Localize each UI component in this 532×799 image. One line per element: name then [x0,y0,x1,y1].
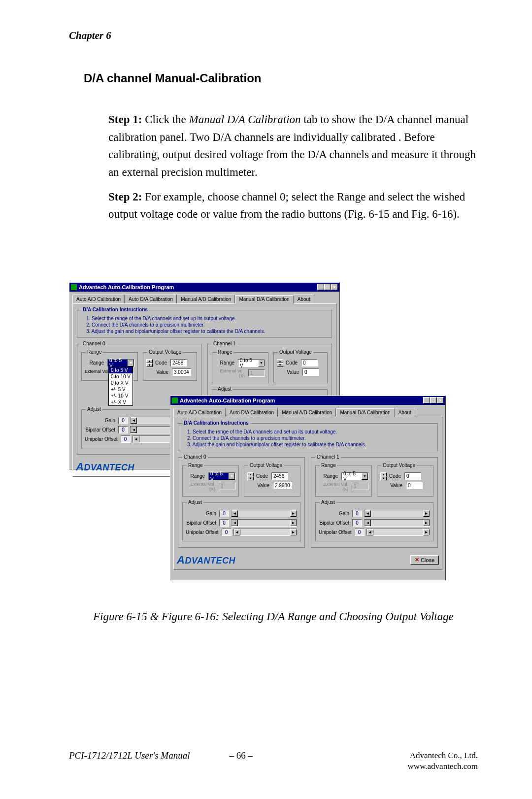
range-opt-3[interactable]: +/- 5 V [109,386,133,393]
code-spinner-ch1[interactable]: ▲ ▼ [277,359,283,367]
range-dropdown-list[interactable]: 0 to 5 V 0 to 10 V 0 to X V +/- 5 V +/- … [108,366,133,406]
maximize-button[interactable]: □ [324,284,331,290]
right-arrow-icon[interactable]: ► [423,510,430,517]
spin-down-icon[interactable]: ▼ [277,363,283,367]
step-2-label: Step 2: [108,191,142,203]
code-label: Code [285,360,299,366]
spin-up-icon[interactable]: ▲ [380,472,387,476]
tab-auto-da[interactable]: Auto D/A Calibration [125,295,177,303]
left-arrow-icon[interactable]: ◄ [367,529,373,535]
right-arrow-icon[interactable]: ► [290,529,297,535]
value-input-ch0[interactable]: 3.0004 [172,368,191,376]
range-opt-4[interactable]: +/- 10 V [109,393,133,399]
tab-panel: 1. Select the range of the D/A channels … [173,417,442,570]
tab-manual-ad[interactable]: Manual A/D Calibration [278,408,336,417]
left-arrow-icon[interactable]: ◄ [234,529,240,535]
tab-about[interactable]: About [294,295,314,303]
step-1: Step 1: Click the Manual D/A Calibration… [108,111,478,181]
range-label: Range [186,473,206,479]
right-arrow-icon[interactable]: ► [290,510,297,517]
left-arrow-icon[interactable]: ◄ [365,520,371,526]
spin-up-icon[interactable]: ▲ [247,472,254,476]
instruction-3: 3. Adjust the gain and bipolar/unipolar … [86,328,329,334]
value-label: Value [287,369,300,375]
left-arrow-icon[interactable]: ◄ [365,510,371,517]
footer-url: www.advantech.com [318,761,478,772]
left-arrow-icon[interactable]: ◄ [131,427,137,433]
titlebar[interactable]: Advantech Auto-Calibration Program _ □ × [170,396,445,405]
close-button[interactable]: × [331,284,338,290]
figure-area: Advantech Auto-Calibration Program _ □ ×… [69,282,478,583]
unipolar-scrollbar-ch1[interactable]: ◄► [366,529,430,536]
external-input-ch1: 1 [352,483,368,490]
close-panel-button[interactable]: ✕Close [410,555,439,565]
adjust-group-ch1: Gain 0 ◄► Bipolar Offset 0 ◄► Unipolar O… [315,502,433,541]
advantech-logo: ADVANTECH [177,554,235,566]
range-value-ch1: 0 to 5 V [342,471,362,482]
range-dropdown-ch0[interactable]: 0 to 5 V ▼ [208,472,235,480]
spin-down-icon[interactable]: ▼ [380,476,387,480]
spin-up-icon[interactable]: ▲ [146,359,153,363]
gain-scrollbar-ch0[interactable]: ◄► [231,510,297,517]
chevron-down-icon[interactable]: ▼ [362,473,368,480]
gain-scrollbar-ch1[interactable]: ◄► [364,510,430,517]
tab-manual-da[interactable]: Manual D/A Calibration [235,295,293,304]
left-arrow-icon[interactable]: ◄ [232,520,238,526]
code-spinner-ch1[interactable]: ▲ ▼ [380,472,387,480]
minimize-button[interactable]: _ [423,397,430,403]
footer-manual-title: PCI-1712/1712L User's Manual [69,750,229,761]
value-input-ch0[interactable]: 2.9980 [273,482,292,489]
tab-about[interactable]: About [395,408,415,417]
external-label: External Vol.(X) [186,482,217,492]
range-dropdown-ch1[interactable]: 0 to 5 V ▼ [238,359,265,367]
chevron-down-icon[interactable]: ▼ [128,360,134,366]
app-icon [172,398,178,403]
bipolar-label: Bipolar Offset [186,520,217,526]
maximize-button[interactable]: □ [430,397,437,403]
left-arrow-icon[interactable]: ◄ [131,417,137,424]
left-arrow-icon[interactable]: ◄ [133,436,139,442]
tab-auto-da[interactable]: Auto D/A Calibration [226,408,278,417]
code-input-ch1[interactable]: 0 [404,472,421,480]
tab-auto-ad[interactable]: Auto A/D Calibration [173,408,226,417]
range-dropdown-ch1[interactable]: 0 to 5 V ▼ [341,472,368,480]
code-spinner-ch0[interactable]: ▲ ▼ [146,359,153,367]
code-input-ch1[interactable]: 0 [301,359,318,366]
right-arrow-icon[interactable]: ► [423,520,430,526]
range-opt-5[interactable]: +/- X V [109,399,133,405]
tab-manual-da[interactable]: Manual D/A Calibration [336,408,394,417]
range-opt-1[interactable]: 0 to 10 V [109,373,133,380]
bipolar-scrollbar-ch0[interactable]: ◄► [231,519,297,527]
tabs: Auto A/D Calibration Auto D/A Calibratio… [72,295,336,303]
tab-auto-ad[interactable]: Auto A/D Calibration [72,295,125,303]
chevron-down-icon[interactable]: ▼ [258,360,265,366]
value-input-ch1[interactable]: 0 [302,368,319,376]
right-arrow-icon[interactable]: ► [423,529,430,535]
window-fig-6-16: Advantech Auto-Calibration Program _ □ ×… [170,396,446,580]
range-opt-0[interactable]: 0 to 5 V [109,367,133,373]
code-spinner-ch0[interactable]: ▲ ▼ [247,472,254,480]
spin-up-icon[interactable]: ▲ [277,359,283,363]
range-dropdown-ch0[interactable]: 0 to 5 V ▼ [107,359,134,367]
instruction-2: 2. Connect the D/A channels to a precisi… [187,435,434,441]
range-label: Range [319,473,339,479]
unipolar-scrollbar-ch0[interactable]: ◄► [233,529,297,536]
chevron-down-icon[interactable]: ▼ [229,473,235,480]
value-input-ch1[interactable]: 0 [406,482,423,489]
left-arrow-icon[interactable]: ◄ [232,510,238,517]
tab-manual-ad[interactable]: Manual A/D Calibration [177,295,235,303]
code-input-ch0[interactable]: 2456 [271,472,288,480]
bipolar-scrollbar-ch1[interactable]: ◄► [364,519,430,527]
close-button[interactable]: × [437,397,444,403]
code-input-ch0[interactable]: 2458 [170,359,187,366]
page-footer: PCI-1712/1712L User's Manual – 66 – Adva… [69,750,478,772]
spin-down-icon[interactable]: ▼ [146,363,153,367]
step-2-body: For example, choose channel 0; select th… [108,191,465,221]
instructions-group: 1. Select the range of the D/A channels … [178,423,438,451]
titlebar[interactable]: Advantech Auto-Calibration Program _ □ × [69,283,339,292]
range-opt-2[interactable]: 0 to X V [109,380,133,386]
right-arrow-icon[interactable]: ► [290,520,297,526]
bipolar-label: Bipolar Offset [319,520,350,526]
spin-down-icon[interactable]: ▼ [247,476,254,480]
minimize-button[interactable]: _ [317,284,324,290]
